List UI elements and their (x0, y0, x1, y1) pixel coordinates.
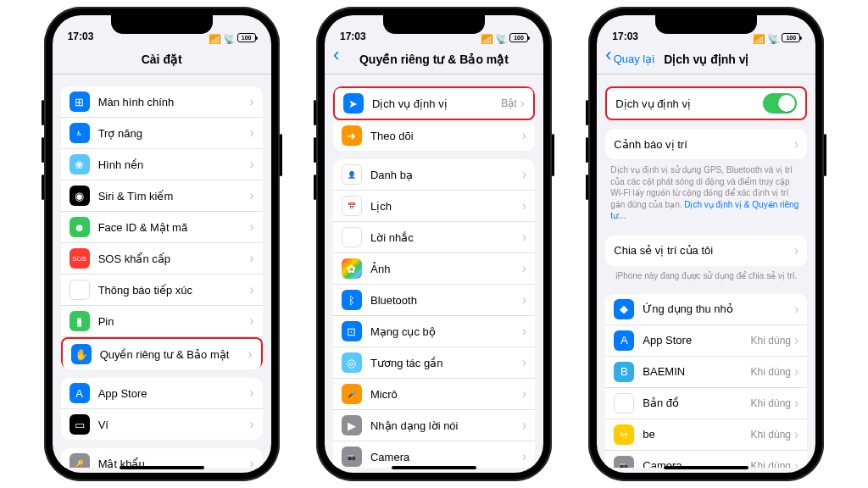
row-label: Hình nền (98, 158, 250, 171)
list-item[interactable]: AApp Store› (61, 378, 263, 409)
group-1: ⊞Màn hình chính›♿︎Trợ năng›❀Hình nền›◉Si… (61, 86, 263, 369)
list-item[interactable]: 📷CameraKhi dùng› (605, 451, 807, 469)
row-label: Face ID & Mật mã (98, 221, 250, 234)
share-group: Chia sẻ vị trí của tôi › (605, 236, 807, 266)
group-location: ➤Dịch vụ định vịBật›➔Theo dõi› (333, 86, 535, 151)
share-location-row[interactable]: Chia sẻ vị trí của tôi › (605, 236, 807, 266)
chevron-right-icon: › (248, 347, 252, 362)
row-value: Khi dùng (751, 429, 791, 441)
back-button[interactable] (333, 53, 339, 65)
speech-icon: ▶ (342, 415, 362, 435)
chevron-right-icon: › (794, 302, 798, 317)
location-alert-row[interactable]: Cảnh báo vị trí › (605, 129, 807, 159)
chevron-right-icon: › (249, 282, 253, 297)
chevron-right-icon: › (249, 313, 253, 329)
status-time: 17:03 (612, 30, 638, 42)
row-label: Ảnh (370, 263, 522, 275)
list-item[interactable]: ◆Ứng dụng thu nhỏ› (605, 294, 807, 325)
wifi-icon: 📡 (495, 34, 507, 42)
list-item[interactable]: ▮Pin› (61, 306, 263, 337)
chevron-right-icon: › (794, 364, 798, 380)
phone-mock-3: 17:03 📶 📡 100 Quay lại Dịch vụ định vị D… (588, 7, 824, 481)
chevron-right-icon: › (522, 449, 526, 464)
row-label: Thông báo tiếp xúc (98, 284, 250, 297)
location-note: Dịch vụ định vị sử dụng GPS, Bluetooth v… (597, 159, 815, 227)
apps-group: ◆Ứng dụng thu nhỏ›AApp StoreKhi dùng›BBA… (605, 294, 807, 469)
list-item[interactable]: ✋Quyền riêng tư & Bảo mật› (61, 337, 263, 369)
chevron-right-icon: › (522, 261, 526, 276)
battery-icon: 100 (509, 33, 528, 42)
row-label: Mạng cục bộ (370, 325, 522, 338)
list-item[interactable]: ✿Ảnh› (333, 253, 535, 285)
list-item[interactable]: ▭Ví› (61, 409, 263, 440)
home-indicator[interactable] (392, 466, 476, 469)
home-indicator[interactable] (664, 466, 748, 469)
list-item[interactable]: SOSSOS khẩn cấp› (61, 243, 263, 274)
battery-icon: 100 (782, 33, 800, 42)
location-toggle-row[interactable]: Dịch vụ định vị (607, 88, 805, 119)
wallpaper-icon: ❀ (70, 154, 90, 175)
list-item[interactable]: ✱Thông báo tiếp xúc› (61, 274, 263, 306)
location-content[interactable]: Dịch vụ định vị Cảnh báo vị trí › Dịch v… (597, 75, 815, 468)
home-indicator[interactable] (120, 466, 204, 469)
alert-group: Cảnh báo vị trí › (605, 129, 807, 159)
notch (383, 15, 485, 34)
list-item[interactable]: ◉Siri & Tìm kiếm› (61, 180, 263, 212)
back-button[interactable]: Quay lại (605, 53, 654, 65)
notch (111, 15, 213, 34)
phone-mock-2: 17:03 📶 📡 100 Quyền riêng tư & Bảo mật ➤… (316, 7, 552, 481)
list-item[interactable]: ⋮Lời nhắc› (333, 222, 535, 253)
wallet-icon: ▭ (70, 414, 90, 435)
location-icon: ➤ (343, 93, 364, 114)
list-item[interactable]: 📅Lịch› (333, 191, 535, 222)
chevron-right-icon: › (794, 458, 798, 469)
settings-content[interactable]: ⊞Màn hình chính›♿︎Trợ năng›❀Hình nền›◉Si… (53, 75, 271, 468)
row-label: Micrô (370, 388, 522, 401)
list-item[interactable]: bebeKhi dùng› (605, 419, 807, 451)
list-item[interactable]: ◎Tương tác gần› (333, 347, 535, 379)
list-item[interactable]: 🔑Mật khẩu› (61, 448, 263, 468)
list-item[interactable]: ⊡Mạng cục bộ› (333, 316, 535, 347)
chevron-right-icon: › (794, 333, 798, 348)
list-item[interactable]: 👤Danh bạ› (333, 159, 535, 191)
row-value: Khi dùng (751, 366, 791, 378)
toggle-switch[interactable] (763, 93, 797, 114)
list-item[interactable]: ♿︎Trợ năng› (61, 118, 263, 149)
chevron-right-icon: › (249, 251, 253, 266)
list-item[interactable]: 📷Camera› (333, 441, 535, 468)
nav-title: Cài đặt (53, 44, 271, 75)
list-item[interactable]: ᛒBluetooth› (333, 285, 535, 316)
row-label: Trợ năng (98, 127, 250, 140)
row-label: Pin (98, 315, 250, 328)
nav-title: Quay lại Dịch vụ định vị (597, 44, 815, 75)
list-item[interactable]: ➤Dịch vụ định vịBật› (333, 86, 535, 120)
row-label: Quyền riêng tư & Bảo mật (100, 348, 248, 361)
row-label: Màn hình chính (98, 96, 250, 108)
privacy-content[interactable]: ➤Dịch vụ định vịBật›➔Theo dõi› 👤Danh bạ›… (325, 75, 543, 468)
list-item[interactable]: ☻Face ID & Mật mã› (61, 212, 263, 243)
list-item[interactable]: 🗺Bản đồKhi dùng› (605, 388, 807, 419)
siri-icon: ◉ (70, 186, 90, 206)
chevron-right-icon: › (794, 396, 798, 411)
list-item[interactable]: BBAEMINKhi dùng› (605, 357, 807, 388)
list-item[interactable]: AApp StoreKhi dùng› (605, 325, 807, 357)
list-item[interactable]: ⊞Màn hình chính› (61, 86, 263, 118)
chevron-right-icon: › (249, 125, 253, 141)
battery-icon: 100 (237, 33, 256, 42)
notch (655, 15, 757, 34)
privacy-icon: ✋ (71, 344, 92, 364)
list-item[interactable]: 🎤Micrô› (333, 379, 535, 410)
chevron-right-icon: › (522, 292, 526, 308)
appstore-icon: A (614, 330, 634, 351)
list-item[interactable]: ➔Theo dõi› (333, 120, 535, 151)
accessibility-icon: ♿︎ (70, 123, 90, 143)
wifi-icon: 📡 (223, 34, 235, 42)
row-label: Ví (98, 419, 250, 431)
row-label: App Store (643, 334, 750, 347)
list-item[interactable]: ▶Nhận dạng lời nói› (333, 410, 535, 441)
list-item[interactable]: ❀Hình nền› (61, 149, 263, 180)
wifi-icon: 📡 (767, 34, 779, 42)
chevron-right-icon: › (249, 417, 253, 432)
reminders-icon: ⋮ (342, 227, 362, 247)
chevron-left-icon (333, 53, 339, 65)
